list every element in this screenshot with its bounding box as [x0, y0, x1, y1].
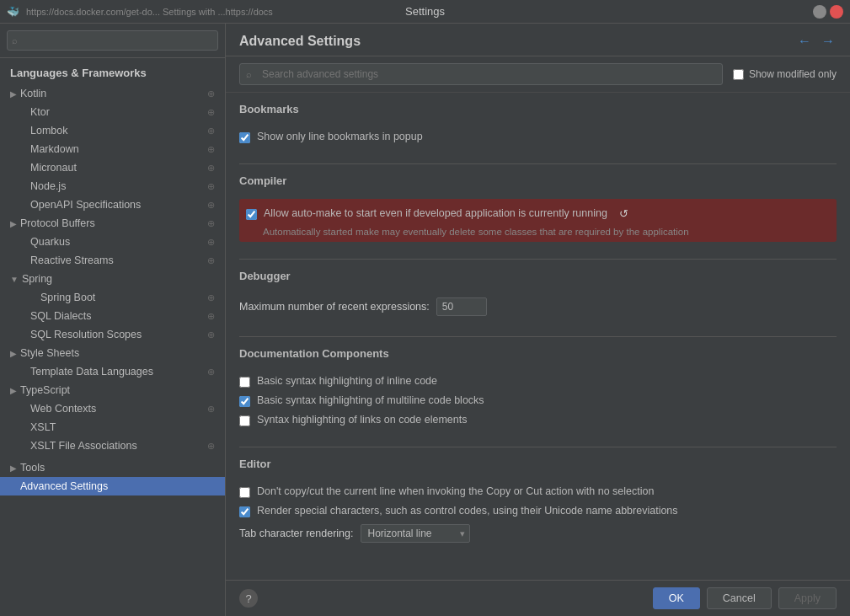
sql-resolution-label: SQL Resolution Scopes — [30, 329, 207, 340]
no-copy-cut-row: Don't copy/cut the current line when inv… — [239, 482, 837, 501]
sidebar-search-input[interactable] — [7, 30, 218, 51]
spring-boot-plus: ⊕ — [207, 292, 215, 303]
syntax-links-checkbox[interactable] — [239, 415, 250, 426]
tab-rendering-row: Tab character rendering: Horizontal line… — [239, 521, 837, 546]
help-button[interactable]: ? — [239, 589, 258, 608]
sidebar-item-quarkus[interactable]: Quarkus ⊕ — [0, 233, 225, 251]
main-layout: ⌕ Languages & Frameworks ▶ Kotlin ⊕ Ktor… — [0, 24, 850, 616]
bookmarks-title: Bookmarks — [239, 103, 837, 119]
footer-left: ? — [239, 589, 258, 608]
content-search-wrap: ⌕ — [239, 63, 723, 85]
documentation-divider — [239, 447, 837, 447]
auto-make-checkbox[interactable] — [246, 209, 257, 220]
ok-button[interactable]: OK — [653, 587, 700, 609]
openapi-label: OpenAPI Specifications — [30, 199, 207, 211]
render-special-checkbox[interactable] — [239, 506, 250, 517]
content-area: Advanced Settings ← → ⌕ Show modified on… — [226, 24, 850, 616]
sql-dialects-label: SQL Dialects — [30, 310, 207, 322]
quarkus-label: Quarkus — [30, 236, 207, 248]
quarkus-plus: ⊕ — [207, 237, 215, 248]
sidebar-item-ktor[interactable]: Ktor ⊕ — [0, 103, 225, 121]
syntax-links-label: Syntax highlighting of links on code ele… — [257, 414, 467, 426]
documentation-section: Documentation Components Basic syntax hi… — [239, 347, 837, 430]
sidebar-item-spring-boot[interactable]: Spring Boot ⊕ — [0, 288, 225, 307]
basic-multiline-label: Basic syntax highlighting of multiline c… — [257, 394, 484, 406]
window-title: Settings — [405, 5, 445, 18]
content-title: Advanced Settings — [239, 34, 361, 49]
markdown-plus: ⊕ — [207, 144, 215, 155]
sidebar-item-style-sheets[interactable]: ▶ Style Sheets — [0, 344, 225, 362]
sql-dialects-plus: ⊕ — [207, 311, 215, 322]
sidebar-item-xslt[interactable]: XSLT — [0, 418, 225, 437]
footer-right: OK Cancel Apply — [653, 587, 837, 609]
bookmarks-section: Bookmarks Show only line bookmarks in po… — [239, 103, 837, 147]
sidebar-item-sql-dialects[interactable]: SQL Dialects ⊕ — [0, 307, 225, 325]
no-copy-cut-checkbox[interactable] — [239, 487, 250, 498]
auto-make-description: Automatically started make may eventuall… — [263, 227, 830, 237]
documentation-title: Documentation Components — [239, 347, 837, 363]
compiler-section: Compiler Allow auto-make to start even i… — [239, 174, 837, 242]
nav-forward-button[interactable]: → — [820, 34, 837, 49]
close-button[interactable] — [830, 5, 843, 19]
xslt-label: XSLT — [30, 421, 215, 433]
sidebar-item-typescript[interactable]: ▶ TypeScript — [0, 381, 225, 399]
sidebar-item-tools[interactable]: ▶ Tools — [0, 458, 225, 477]
kotlin-plus: ⊕ — [207, 88, 215, 99]
basic-inline-row: Basic syntax highlighting of inline code — [239, 372, 837, 391]
show-modified-row: Show modified only — [733, 68, 837, 80]
sql-resolution-plus: ⊕ — [207, 329, 215, 340]
reactive-streams-label: Reactive Streams — [30, 254, 207, 266]
auto-make-reset-button[interactable]: ↺ — [617, 207, 630, 220]
sidebar-item-advanced-settings[interactable]: Advanced Settings — [0, 477, 225, 495]
basic-inline-checkbox[interactable] — [239, 377, 250, 388]
sidebar-item-xslt-file[interactable]: XSLT File Associations ⊕ — [0, 437, 225, 455]
editor-title: Editor — [239, 458, 837, 474]
template-data-plus: ⊕ — [207, 367, 215, 378]
sidebar-item-markdown[interactable]: Markdown ⊕ — [0, 140, 225, 158]
nav-back-button[interactable]: ← — [796, 34, 813, 49]
basic-multiline-checkbox[interactable] — [239, 396, 250, 407]
minimize-button[interactable] — [813, 5, 826, 19]
nodejs-label: Node.js — [30, 180, 207, 192]
lombok-plus: ⊕ — [207, 126, 215, 137]
title-bar: 🐳 https://docs.docker.com/get-do... Sett… — [0, 0, 850, 24]
header-actions: ← → — [796, 34, 837, 49]
web-contexts-plus: ⊕ — [207, 404, 215, 415]
ktor-plus: ⊕ — [207, 107, 215, 118]
xslt-file-label: XSLT File Associations — [30, 440, 207, 452]
sidebar-item-spring[interactable]: ▼ Spring — [0, 270, 225, 288]
cancel-button[interactable]: Cancel — [707, 587, 772, 609]
show-line-bookmarks-checkbox[interactable] — [239, 132, 250, 143]
sidebar-item-openapi[interactable]: OpenAPI Specifications ⊕ — [0, 196, 225, 214]
sidebar-item-lombok[interactable]: Lombok ⊕ — [0, 121, 225, 140]
render-special-label: Render special characters, such as contr… — [257, 505, 678, 517]
tab-rendering-select-wrap: Horizontal line Arrow None Custom — [361, 524, 470, 543]
lombok-label: Lombok — [30, 125, 207, 137]
sidebar-item-protocol-buffers[interactable]: ▶ Protocol Buffers ⊕ — [0, 214, 225, 233]
show-modified-checkbox[interactable] — [733, 69, 744, 80]
template-data-label: Template Data Languages — [30, 366, 207, 378]
tab-rendering-label: Tab character rendering: — [239, 528, 354, 539]
sidebar-item-sql-resolution[interactable]: SQL Resolution Scopes ⊕ — [0, 325, 225, 344]
openapi-plus: ⊕ — [207, 200, 215, 211]
basic-inline-label: Basic syntax highlighting of inline code — [257, 375, 437, 387]
content-search-input[interactable] — [239, 63, 723, 85]
tab-rendering-select[interactable]: Horizontal line Arrow None Custom — [361, 524, 470, 543]
sidebar-item-reactive-streams[interactable]: Reactive Streams ⊕ — [0, 251, 225, 270]
compiler-title: Compiler — [239, 174, 837, 190]
sidebar-list: Languages & Frameworks ▶ Kotlin ⊕ Ktor ⊕… — [0, 58, 225, 616]
debugger-title: Debugger — [239, 270, 837, 286]
max-recent-row: Maximum number of recent expressions: — [239, 294, 837, 319]
max-recent-input[interactable] — [436, 297, 487, 316]
bookmarks-divider — [239, 163, 837, 164]
sidebar-item-template-data[interactable]: Template Data Languages ⊕ — [0, 362, 225, 381]
max-recent-label: Maximum number of recent expressions: — [239, 301, 430, 313]
sidebar-item-nodejs[interactable]: Node.js ⊕ — [0, 177, 225, 196]
sidebar-item-web-contexts[interactable]: Web Contexts ⊕ — [0, 399, 225, 418]
no-copy-cut-label: Don't copy/cut the current line when inv… — [257, 485, 654, 497]
apply-button[interactable]: Apply — [778, 587, 837, 609]
style-sheets-label: Style Sheets — [20, 347, 215, 359]
sidebar-item-kotlin[interactable]: ▶ Kotlin ⊕ — [0, 84, 225, 103]
sidebar-item-micronaut[interactable]: Micronaut ⊕ — [0, 158, 225, 177]
typescript-label: TypeScript — [20, 384, 215, 396]
